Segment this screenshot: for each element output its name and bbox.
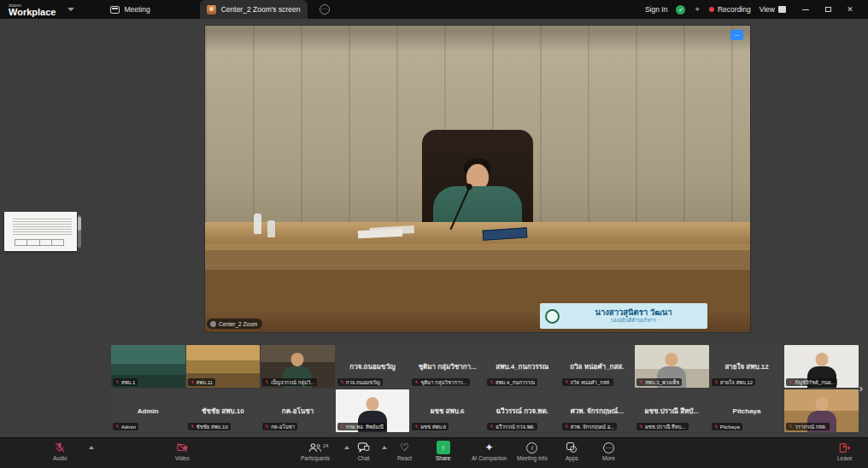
water-bottle	[254, 214, 261, 234]
participant-label: สพบ.4_กนกวรรณ	[487, 378, 538, 386]
mic-muted-icon	[414, 379, 419, 385]
tab-meeting[interactable]: Meeting	[110, 5, 150, 14]
document-preview-thumbnail[interactable]	[4, 212, 77, 251]
security-check-icon[interactable]: ✓	[676, 5, 685, 15]
participant-tile[interactable]: สพบ.4_กนกวรรณสพบ.4_กนกวรรณ	[485, 345, 560, 388]
ai-companion-button[interactable]: ✦ AI Companion	[472, 441, 507, 461]
participant-label: สพบ.1	[113, 378, 138, 386]
ai-companion-icon: ✦	[485, 441, 494, 454]
chat-icon	[357, 441, 370, 454]
participant-tile[interactable]: กัญช์จิรัชต์_กนผ...	[784, 345, 859, 388]
recording-label: Recording	[718, 5, 751, 14]
participant-tile[interactable]: ผชช สพบ.6ผชช สพบ.6	[410, 389, 484, 432]
participant-tile[interactable]: สพบ.3_พวงเพ็ช	[635, 345, 709, 388]
participant-tile[interactable]: ชุติมา กลุ่มวิชากา...ชุติมา กลุ่มวิชาการ…	[410, 345, 484, 388]
participants-count: 24	[323, 443, 329, 448]
participants-button[interactable]: Participants 24	[301, 441, 330, 461]
video-button[interactable]: Video	[175, 441, 190, 461]
participant-tile[interactable]: ศวพ. จักรกฤษณ์...ศวพ. จักรกฤษณ์ อ...	[560, 389, 635, 432]
meeting-stage: นางสาวสุนิตรา วัฒนา รองอธิบดีด้านบริหาร …	[0, 19, 868, 437]
participant-label: ผชช สพบ.6	[412, 423, 449, 430]
share-button[interactable]: ↑ Share	[436, 441, 450, 461]
screen-share-avatar-icon	[207, 5, 216, 15]
participant-label: เบ็ญจวรรณ์ กลุ่มวิ...	[262, 378, 317, 386]
participant-tile[interactable]: กวจ.ถนอมขวัญกวจ.ถนอมขวัญ	[336, 345, 410, 388]
info-icon: i	[526, 442, 537, 453]
mic-muted-icon	[340, 379, 344, 385]
participant-tile[interactable]: กค-อโนชากค-อโนชา	[261, 389, 335, 432]
minimize-button[interactable]	[795, 0, 817, 19]
chat-button[interactable]: Chat	[357, 441, 370, 461]
participant-name: Admin	[113, 407, 184, 415]
ai-companion-label: AI Companion	[472, 455, 507, 461]
mic-muted-icon	[565, 379, 569, 385]
audio-options-chevron[interactable]	[89, 446, 94, 449]
participant-name: สายใจ สพบ.12	[712, 361, 783, 372]
participant-tile[interactable]: เบ็ญจวรรณ์ กลุ่มวิ...	[261, 345, 335, 388]
participant-label: สพบ.3_พวงเพ็ช	[636, 378, 682, 386]
apps-button[interactable]: Apps	[566, 441, 578, 461]
participant-tile[interactable]: AdminAdmin	[111, 389, 185, 432]
participant-label: กกผ.พอ. ทิพย์มณี	[337, 423, 386, 430]
shared-screen-video[interactable]: นางสาวสุนิตรา วัฒนา รองอธิบดีด้านบริหาร …	[205, 26, 750, 332]
water-bottle	[267, 220, 275, 237]
chevron-down-icon[interactable]	[67, 8, 74, 11]
video-more-button[interactable]: ...	[730, 30, 743, 40]
participants-row-2: AdminAdminชัชชัย สพบ.10ชัชชัย สพบ.10กค-อ…	[111, 389, 859, 432]
share-label: Share	[436, 455, 450, 461]
mic-muted-icon	[414, 424, 419, 430]
audio-button[interactable]: Audio	[53, 441, 67, 461]
tab-shared-screen[interactable]: Center_2 Zoom's screen	[200, 0, 308, 19]
tab-options-icon[interactable]: ⋯	[320, 4, 330, 15]
participant-tile[interactable]: วราภรณ์ กสต.	[784, 389, 859, 432]
participant-label: สายใจ สพบ.12	[712, 378, 755, 386]
participant-name: ชุติมา กลุ่มวิชากา...	[412, 361, 483, 372]
chat-options-chevron[interactable]	[382, 446, 387, 449]
participant-name: กค-อโนชา	[262, 406, 333, 417]
department-seal-icon	[545, 309, 560, 324]
meeting-info-button[interactable]: i Meeting Info	[517, 441, 548, 461]
meeting-tab-label: Meeting	[124, 5, 150, 14]
heart-icon: ♡	[400, 441, 409, 454]
audio-label: Audio	[53, 455, 67, 461]
more-button[interactable]: ⋯ More	[602, 441, 615, 461]
status-icon: ✦	[694, 5, 701, 14]
restore-button[interactable]	[817, 0, 839, 19]
participant-tile[interactable]: สพบ.11	[186, 345, 261, 388]
mic-muted-icon	[789, 379, 793, 385]
participant-tile[interactable]: สายใจ สพบ.12สายใจ สพบ.12	[710, 345, 784, 388]
mic-muted-icon	[565, 424, 569, 430]
more-icon: ⋯	[603, 442, 614, 453]
close-button[interactable]: ✕	[839, 0, 861, 19]
mic-muted-icon	[490, 424, 494, 430]
document-text-lines	[13, 217, 72, 236]
participant-tile[interactable]: สพบ.1	[111, 345, 185, 388]
participant-tile[interactable]: ผชช.ปราณี สีหบั...ผชช.ปราณี สีหบ...	[635, 389, 709, 432]
participant-name: ผชช สพบ.6	[412, 406, 483, 417]
nameplate-name: นางสาวสุนิตรา วัฒนา	[595, 307, 672, 318]
mic-muted-icon	[54, 441, 66, 454]
logo-workplace-text: Workplace	[9, 8, 56, 17]
participant-name: ผชช.ปราณี สีหบั...	[636, 406, 707, 417]
participant-tile[interactable]: ชัชชัย สพบ.10ชัชชัย สพบ.10	[186, 389, 261, 432]
mic-muted-icon	[714, 424, 718, 430]
mic-muted-icon	[265, 379, 269, 385]
react-button[interactable]: ♡ React	[397, 441, 412, 461]
participant-tile[interactable]: PitchayaPitchaya	[710, 389, 784, 432]
mic-muted-icon	[490, 379, 494, 385]
participants-icon	[308, 441, 322, 454]
strip-next-page-button[interactable]: ›	[856, 381, 866, 396]
participant-name: ศวพ. จักรกฤษณ์...	[562, 406, 633, 417]
participants-options-chevron[interactable]	[344, 446, 349, 449]
participant-tile[interactable]: ฉวีวรรณ์ กวจ.พด.ฉวีวรรณ์ กวจ.พด.	[485, 389, 560, 432]
participant-tile[interactable]: กกผ.พอ. ทิพย์มณี	[336, 389, 410, 432]
leave-button[interactable]: Leave	[837, 441, 853, 461]
participant-label: กวจ.ถนอมขวัญ	[337, 378, 383, 386]
recording-indicator: Recording	[709, 5, 751, 14]
sign-in-button[interactable]: Sign In	[645, 5, 667, 14]
participant-tile[interactable]: ถวิล หน่อคำ_กสส.ถวิล หน่อคำ_กสส.	[560, 345, 635, 388]
document-scrollbar[interactable]	[78, 215, 81, 248]
participant-name: ฉวีวรรณ์ กวจ.พด.	[487, 406, 558, 417]
meeting-icon	[110, 6, 120, 14]
view-button[interactable]: View	[760, 5, 786, 14]
